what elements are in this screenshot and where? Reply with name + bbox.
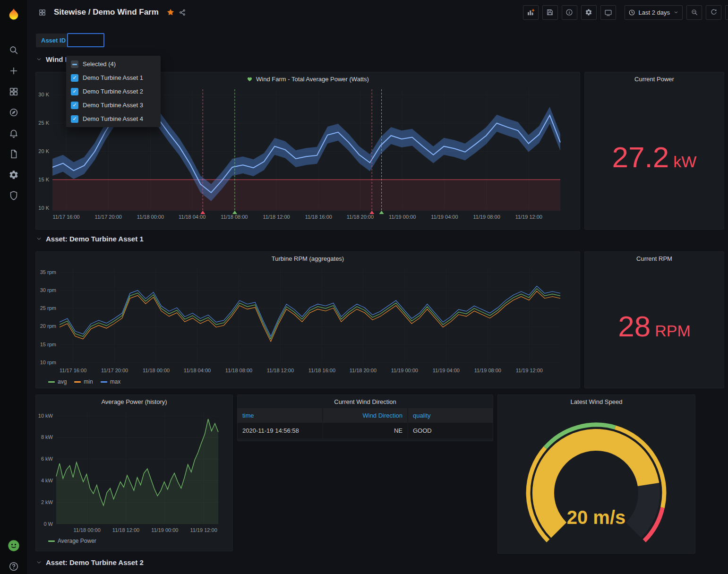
save-dashboard-button[interactable] bbox=[542, 5, 558, 20]
row-header-asset-1[interactable]: Asset: Demo Turbine Asset 1 bbox=[36, 235, 144, 243]
add-panel-button[interactable] bbox=[523, 5, 539, 20]
row-title: Asset: Demo Turbine Asset 1 bbox=[46, 235, 144, 243]
wind-speed-gauge: 20 m/s bbox=[498, 408, 695, 553]
current-rpm-value: 28 bbox=[618, 312, 651, 341]
svg-text:11/19 12:00: 11/19 12:00 bbox=[515, 214, 542, 220]
svg-text:8 kW: 8 kW bbox=[41, 434, 53, 440]
dashboard-settings-button[interactable] bbox=[581, 5, 597, 20]
table-cell: GOOD bbox=[408, 423, 493, 438]
refresh-button[interactable] bbox=[706, 5, 721, 20]
grafana-logo[interactable] bbox=[0, 3, 27, 27]
clock-icon bbox=[628, 9, 635, 16]
star-icon[interactable] bbox=[164, 6, 177, 18]
svg-text:11/19 08:00: 11/19 08:00 bbox=[473, 214, 500, 220]
table-cell: 2020-11-19 14:56:58 bbox=[238, 423, 323, 438]
column-header-time[interactable]: time bbox=[238, 408, 323, 423]
row-header-asset-2[interactable]: Asset: Demo Turbine Asset 2 bbox=[36, 558, 144, 566]
heart-icon bbox=[247, 76, 253, 82]
average-power-chart[interactable]: 11/18 00:0011/18 12:0011/19 00:0011/19 1… bbox=[36, 408, 232, 536]
column-header-quality[interactable]: quality bbox=[408, 408, 493, 423]
svg-text:11/19 08:00: 11/19 08:00 bbox=[474, 368, 501, 373]
table-cell: NE bbox=[323, 423, 408, 438]
panel-title[interactable]: Average Power (history) bbox=[36, 395, 232, 408]
user-avatar[interactable] bbox=[0, 535, 27, 556]
dropdown-option[interactable]: Demo Turbine Asset 2 bbox=[66, 85, 161, 98]
dropdown-option[interactable]: Demo Turbine Asset 4 bbox=[66, 112, 161, 126]
row-title: Asset: Demo Turbine Asset 2 bbox=[46, 558, 144, 566]
checkbox-checked-icon bbox=[71, 102, 78, 109]
asset-id-input[interactable] bbox=[67, 33, 104, 47]
configuration-icon[interactable] bbox=[0, 164, 27, 185]
dashboard-insights-button[interactable] bbox=[562, 5, 577, 20]
legend-label: max bbox=[110, 378, 121, 385]
svg-text:10 K: 10 K bbox=[38, 205, 49, 211]
variable-label: Asset ID bbox=[36, 34, 71, 47]
create-icon[interactable] bbox=[0, 60, 27, 81]
dashboard-title[interactable]: Sitewise / Demo Wind Farm bbox=[54, 8, 159, 17]
turbine-rpm-chart[interactable]: 11/17 16:0011/17 20:0011/18 00:0011/18 0… bbox=[36, 265, 580, 377]
legend-item-average-power[interactable]: Average Power bbox=[48, 538, 96, 544]
svg-text:11/17 20:00: 11/17 20:00 bbox=[101, 368, 128, 373]
svg-text:4 kW: 4 kW bbox=[41, 478, 53, 483]
cycle-view-mode-button[interactable] bbox=[600, 5, 616, 20]
svg-text:11/18 00:00: 11/18 00:00 bbox=[143, 368, 170, 373]
svg-text:0 W: 0 W bbox=[43, 521, 53, 527]
svg-text:11/19 04:00: 11/19 04:00 bbox=[433, 368, 460, 373]
apps-icon bbox=[36, 7, 48, 18]
svg-text:11/17 16:00: 11/17 16:00 bbox=[60, 368, 86, 373]
current-power-unit: kW bbox=[673, 153, 696, 171]
svg-text:11/17 20:00: 11/17 20:00 bbox=[95, 214, 122, 220]
chevron-down-icon bbox=[36, 559, 42, 565]
svg-text:11/18 16:00: 11/18 16:00 bbox=[305, 214, 332, 220]
alerting-icon[interactable] bbox=[0, 123, 27, 144]
svg-text:11/18 08:00: 11/18 08:00 bbox=[225, 368, 252, 373]
share-icon[interactable] bbox=[177, 7, 188, 18]
legend-label: min bbox=[84, 378, 93, 385]
search-icon[interactable] bbox=[0, 40, 27, 60]
dropdown-option[interactable]: Demo Turbine Asset 3 bbox=[66, 98, 161, 112]
wind-direction-table: timeWind Directionquality 2020-11-19 14:… bbox=[238, 408, 493, 438]
panel-current-rpm: Current RPM 28 RPM bbox=[584, 251, 724, 388]
dropdown-selected-summary[interactable]: Selected (4) bbox=[66, 57, 161, 71]
panel-title[interactable]: Current RPM bbox=[585, 252, 724, 265]
zoom-out-button[interactable] bbox=[686, 5, 702, 20]
legend-label: Average Power bbox=[58, 538, 96, 544]
svg-text:2 kW: 2 kW bbox=[41, 499, 53, 505]
documents-icon[interactable] bbox=[0, 144, 27, 164]
refresh-interval-button[interactable] bbox=[725, 5, 728, 20]
svg-text:11/18 04:00: 11/18 04:00 bbox=[184, 368, 211, 373]
panel-title[interactable]: Current Power bbox=[585, 72, 724, 86]
rpm-legend: avgminmax bbox=[36, 378, 580, 385]
panel-current-wind-direction: Current Wind Direction timeWind Directio… bbox=[237, 394, 493, 441]
server-admin-icon[interactable] bbox=[0, 185, 27, 206]
dropdown-option-label: Demo Turbine Asset 3 bbox=[83, 102, 143, 109]
svg-text:11/19 00:00: 11/19 00:00 bbox=[389, 214, 416, 220]
checkbox-checked-icon bbox=[71, 74, 78, 82]
panel-title[interactable]: Latest Wind Speed bbox=[498, 395, 695, 408]
svg-text:11/19 04:00: 11/19 04:00 bbox=[431, 214, 458, 220]
legend-item-max[interactable]: max bbox=[101, 378, 121, 385]
legend-item-min[interactable]: min bbox=[74, 378, 93, 385]
help-icon[interactable] bbox=[0, 556, 27, 574]
legend-item-avg[interactable]: avg bbox=[48, 378, 67, 385]
explore-icon[interactable] bbox=[0, 102, 27, 123]
time-picker-button[interactable]: Last 2 days bbox=[625, 5, 683, 20]
column-header-wind-direction[interactable]: Wind Direction bbox=[323, 408, 408, 423]
toggle-all-checkbox-icon bbox=[71, 60, 78, 68]
svg-text:25 K: 25 K bbox=[38, 120, 49, 126]
panel-title[interactable]: Current Wind Direction bbox=[238, 395, 493, 408]
svg-text:10 rpm: 10 rpm bbox=[40, 360, 56, 365]
dropdown-option-label: Demo Turbine Asset 2 bbox=[83, 88, 143, 95]
dropdown-option[interactable]: Demo Turbine Asset 1 bbox=[66, 71, 161, 85]
svg-text:11/18 20:00: 11/18 20:00 bbox=[347, 214, 374, 220]
svg-text:30 rpm: 30 rpm bbox=[40, 287, 56, 293]
svg-text:11/18 00:00: 11/18 00:00 bbox=[74, 527, 101, 533]
table-header-row: timeWind Directionquality bbox=[238, 408, 493, 423]
panel-title[interactable]: Turbine RPM (aggregates) bbox=[36, 252, 580, 265]
checkbox-checked-icon bbox=[71, 88, 78, 95]
svg-text:11/18 16:00: 11/18 16:00 bbox=[308, 368, 335, 373]
dashboards-icon[interactable] bbox=[0, 81, 27, 102]
table-row: 2020-11-19 14:56:58NEGOOD bbox=[238, 423, 493, 438]
sidebar bbox=[0, 0, 27, 574]
stat-body: 27.2 kW bbox=[585, 86, 724, 229]
